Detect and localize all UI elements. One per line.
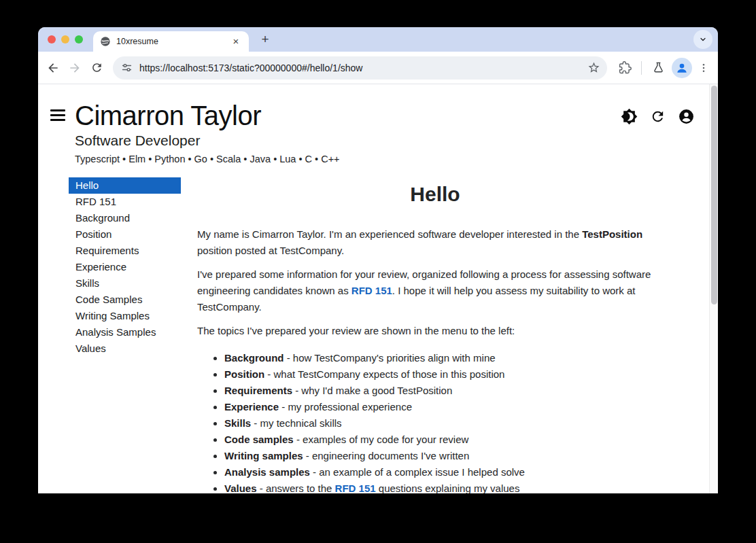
topic-item: Requirements - why I'd make a good TestP…	[224, 383, 673, 399]
sidebar-item-hello[interactable]: Hello	[69, 177, 181, 194]
url-text[interactable]: https://localhost:5173/static?00000000#/…	[139, 63, 587, 73]
sidebar-item-background[interactable]: Background	[69, 210, 181, 226]
bold-term: Background	[224, 352, 284, 364]
address-bar[interactable]: https://localhost:5173/static?00000000#/…	[113, 56, 607, 80]
person-role: Software Developer	[75, 133, 718, 149]
skills-line: Typescript • Elm • Python • Go • Scala •…	[75, 154, 718, 164]
sidebar-item-requirements[interactable]: Requirements	[69, 243, 181, 259]
traffic-lights	[48, 35, 83, 43]
bold-term: Values	[224, 483, 257, 493]
browser-tab[interactable]: 10xresume ×	[93, 31, 249, 52]
paragraph: The topics I've prepared your review are…	[197, 323, 673, 339]
rfd-151-link[interactable]: RFD 151	[335, 483, 376, 493]
forward-button[interactable]	[64, 57, 86, 79]
sidebar-item-analysis-samples[interactable]: Analysis Samples	[69, 324, 181, 340]
text-run: - my technical skills	[251, 417, 341, 429]
minimize-window-button[interactable]	[61, 35, 69, 43]
forward-arrow-icon	[68, 61, 82, 75]
close-window-button[interactable]	[48, 35, 56, 43]
scrollbar[interactable]	[709, 84, 718, 493]
topic-item: Skills - my technical skills	[224, 415, 673, 432]
sidebar-menu: HelloRFD 151BackgroundPositionRequiremen…	[69, 177, 181, 493]
text-run: - an example of a complex issue I helped…	[310, 466, 525, 478]
account-circle-icon	[678, 108, 695, 125]
topic-item: Analysis samples - an example of a compl…	[224, 464, 673, 480]
chevron-down-icon	[699, 35, 707, 43]
topic-item: Experience - my professional experience	[224, 399, 673, 415]
bold-term: Requirements	[224, 385, 292, 396]
text-run: My name is Cimarron Taylor. I'm an exper…	[197, 228, 582, 240]
page-header: Cimarron Taylor Software Developer Types…	[38, 84, 718, 164]
topic-item: Code samples - examples of my code for y…	[224, 432, 673, 448]
text-run: position posted at TestCompany.	[197, 245, 344, 256]
topic-item: Writing samples - engineering documents …	[224, 448, 673, 464]
sidebar-item-values[interactable]: Values	[69, 340, 181, 357]
text-run: The topics I've prepared your review are…	[197, 325, 515, 336]
toolbar: https://localhost:5173/static?00000000#/…	[38, 52, 718, 84]
sidebar-item-skills[interactable]: Skills	[69, 275, 181, 292]
text-run: questions explaining my values	[376, 483, 520, 493]
paragraphs: My name is Cimarron Taylor. I'm an exper…	[197, 226, 673, 339]
scrollbar-thumb[interactable]	[711, 86, 717, 304]
hamburger-menu-icon[interactable]	[50, 109, 65, 122]
new-tab-button[interactable]: +	[257, 32, 273, 48]
sidebar-item-code-samples[interactable]: Code Samples	[69, 292, 181, 308]
theme-toggle-button[interactable]	[620, 107, 638, 125]
tab-search-chevron-button[interactable]	[693, 30, 712, 49]
browser-window: 10xresume × +	[38, 27, 718, 493]
profile-avatar-icon	[675, 61, 689, 75]
sidebar-item-rfd-151[interactable]: RFD 151	[69, 194, 181, 210]
topic-item: Position - what TestCompany expects of t…	[224, 366, 673, 383]
sidebar-item-writing-samples[interactable]: Writing Samples	[69, 308, 181, 324]
text-run: - engineering documents I've written	[303, 450, 470, 461]
zoom-window-button[interactable]	[75, 35, 83, 43]
topic-item: Background - how TestCompany's prioritie…	[224, 350, 673, 366]
sidebar-item-experience[interactable]: Experience	[69, 259, 181, 275]
reload-button[interactable]	[86, 57, 107, 79]
text-run: - answers to the	[257, 483, 335, 493]
text-run: - examples of my code for your review	[294, 434, 469, 445]
text-run: - what TestCompany expects of those in t…	[264, 368, 504, 380]
text-run: - why I'd make a good TestPosition	[292, 385, 452, 396]
content-area: Cimarron Taylor Software Developer Types…	[38, 84, 718, 493]
main-content: Hello My name is Cimarron Taylor. I'm an…	[181, 177, 718, 493]
dark-mode-icon	[621, 108, 638, 125]
sidebar-item-position[interactable]: Position	[69, 226, 181, 243]
refresh-icon	[650, 109, 666, 124]
page-title: Hello	[197, 183, 673, 206]
tab-strip: 10xresume × +	[38, 27, 718, 52]
reload-icon	[90, 61, 103, 74]
account-button[interactable]	[677, 107, 695, 125]
browser-menu-button[interactable]	[695, 57, 712, 79]
toolbar-separator	[641, 61, 642, 75]
globe-favicon-icon	[100, 36, 111, 47]
profile-button[interactable]	[672, 58, 692, 78]
rfd-151-link[interactable]: RFD 151	[351, 285, 392, 296]
puzzle-icon	[619, 61, 632, 74]
paragraph: I've prepared some information for your …	[197, 266, 673, 315]
back-arrow-icon	[46, 61, 60, 75]
bold-term: Skills	[224, 417, 251, 429]
extensions-button[interactable]	[614, 57, 636, 79]
bold-term: TestPosition	[582, 228, 642, 240]
back-button[interactable]	[42, 57, 64, 79]
bold-term: Position	[224, 368, 264, 380]
bold-term: Analysis samples	[224, 466, 310, 478]
tab-close-icon[interactable]: ×	[230, 35, 242, 48]
text-run: - my professional experience	[279, 401, 412, 413]
page-header-actions	[620, 107, 695, 125]
text-run: - how TestCompany's priorities align wit…	[284, 352, 496, 364]
bookmark-star-icon[interactable]	[587, 61, 600, 74]
kebab-menu-icon	[698, 63, 709, 73]
tab-title: 10xresume	[116, 37, 230, 46]
bold-term: Experience	[224, 401, 279, 413]
topic-item: Values - answers to the RFD 151 question…	[224, 480, 673, 493]
flask-icon	[652, 61, 665, 74]
bold-term: Writing samples	[224, 450, 303, 461]
experiments-button[interactable]	[647, 57, 669, 79]
refresh-button[interactable]	[649, 107, 666, 125]
site-info-icon[interactable]	[121, 62, 133, 73]
topics-list: Background - how TestCompany's prioritie…	[197, 350, 673, 493]
bold-term: Code samples	[224, 434, 294, 445]
paragraph: My name is Cimarron Taylor. I'm an exper…	[197, 226, 673, 259]
